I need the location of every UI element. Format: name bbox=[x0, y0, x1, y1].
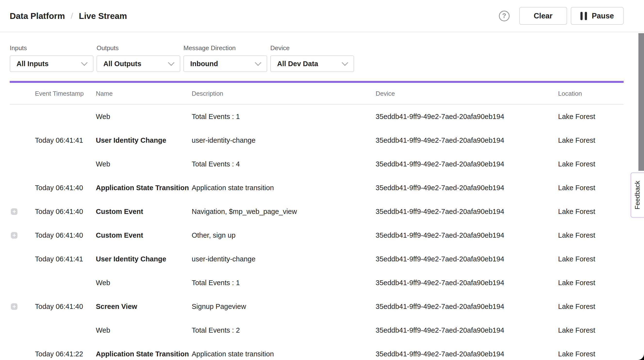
event-location-cell: Lake Forest bbox=[558, 231, 624, 239]
event-device-cell: 35eddb41-9ff9-49e2-7aed-20afa90eb194 bbox=[376, 184, 558, 192]
filter-outputs-label: Outputs bbox=[96, 44, 180, 52]
column-device: Device bbox=[376, 90, 558, 97]
message-direction-dropdown[interactable]: Inbound bbox=[184, 55, 267, 72]
table-row[interactable]: + Today 06:41:40 Custom Event Other, sig… bbox=[10, 223, 624, 247]
event-timestamp-cell: Today 06:41:41 bbox=[35, 255, 96, 263]
event-device-cell: 35eddb41-9ff9-49e2-7aed-20afa90eb194 bbox=[376, 208, 558, 216]
table-row[interactable]: + Web Total Events : 1 35eddb41-9ff9-49e… bbox=[10, 271, 624, 295]
event-device-cell: 35eddb41-9ff9-49e2-7aed-20afa90eb194 bbox=[376, 255, 558, 263]
plus-icon[interactable]: + bbox=[11, 208, 18, 215]
event-timestamp-cell: Today 06:41:40 bbox=[35, 184, 96, 192]
table-row[interactable]: + Web Total Events : 1 35eddb41-9ff9-49e… bbox=[10, 105, 624, 128]
breadcrumb-data-platform[interactable]: Data Platform bbox=[10, 11, 65, 21]
event-description-cell: Signup Pageview bbox=[192, 303, 376, 311]
table-row[interactable]: + Today 06:41:40 Screen View Signup Page… bbox=[10, 295, 624, 318]
event-name-cell: Application State Transition bbox=[96, 184, 192, 192]
event-name-cell: User Identity Change bbox=[96, 136, 192, 144]
device-dropdown-value: All Dev Data bbox=[277, 60, 318, 68]
event-table-body: + Web Total Events : 1 35eddb41-9ff9-49e… bbox=[10, 105, 624, 360]
event-location-cell: Lake Forest bbox=[558, 184, 624, 192]
event-device-cell: 35eddb41-9ff9-49e2-7aed-20afa90eb194 bbox=[376, 350, 558, 358]
event-location-cell: Lake Forest bbox=[558, 160, 624, 168]
filter-bar: Inputs All Inputs Outputs All Outputs Me… bbox=[0, 32, 644, 72]
event-device-cell: 35eddb41-9ff9-49e2-7aed-20afa90eb194 bbox=[376, 231, 558, 239]
event-location-cell: Lake Forest bbox=[558, 113, 624, 121]
table-row[interactable]: + Today 06:41:41 User Identity Change us… bbox=[10, 128, 624, 152]
filter-inputs-label: Inputs bbox=[10, 44, 94, 52]
event-name-cell: User Identity Change bbox=[96, 255, 192, 263]
feedback-tab[interactable]: Feedback bbox=[631, 173, 644, 217]
pause-button-label: Pause bbox=[592, 12, 614, 20]
help-icon[interactable]: ? bbox=[499, 11, 510, 21]
expand-cell: + bbox=[10, 184, 35, 191]
expand-cell: + bbox=[10, 161, 35, 168]
expand-cell: + bbox=[10, 232, 35, 239]
column-description: Description bbox=[192, 90, 376, 97]
expand-cell: + bbox=[10, 208, 35, 215]
event-description-cell: Other, sign up bbox=[192, 231, 376, 239]
event-description-cell: user-identity-change bbox=[192, 136, 376, 144]
chevron-down-icon bbox=[342, 59, 348, 66]
breadcrumb: Data Platform / Live Stream bbox=[10, 11, 127, 21]
filter-outputs: Outputs All Outputs bbox=[96, 44, 180, 72]
expand-cell: + bbox=[10, 327, 35, 334]
inputs-dropdown[interactable]: All Inputs bbox=[10, 55, 94, 72]
clear-button[interactable]: Clear bbox=[519, 7, 567, 25]
device-dropdown[interactable]: All Dev Data bbox=[270, 55, 354, 72]
event-description-cell: Total Events : 2 bbox=[192, 326, 376, 334]
event-name-cell: Screen View bbox=[96, 303, 192, 311]
table-row[interactable]: + Today 06:41:40 Application State Trans… bbox=[10, 176, 624, 200]
plus-icon[interactable]: + bbox=[11, 232, 18, 239]
live-stream-page: Data Platform / Live Stream ? Clear Paus… bbox=[0, 0, 644, 360]
event-name-cell: Web bbox=[96, 160, 192, 168]
expand-cell: + bbox=[10, 303, 35, 310]
event-name-cell: Application State Transition bbox=[96, 350, 192, 358]
header-actions: ? Clear Pause bbox=[499, 7, 644, 25]
vertical-scrollbar-thumb[interactable] bbox=[638, 33, 644, 171]
event-timestamp-cell: Today 06:41:40 bbox=[35, 231, 96, 239]
event-location-cell: Lake Forest bbox=[558, 255, 624, 263]
table-row[interactable]: + Today 06:41:22 Application State Trans… bbox=[10, 342, 624, 360]
column-name: Name bbox=[96, 90, 192, 97]
breadcrumb-separator: / bbox=[71, 11, 73, 20]
expand-cell: + bbox=[10, 256, 35, 262]
event-device-cell: 35eddb41-9ff9-49e2-7aed-20afa90eb194 bbox=[376, 303, 558, 311]
event-location-cell: Lake Forest bbox=[558, 303, 624, 311]
table-row[interactable]: + Today 06:41:40 Custom Event Navigation… bbox=[10, 200, 624, 223]
event-table-header: Event Timestamp Name Description Device … bbox=[10, 83, 624, 105]
table-row[interactable]: + Web Total Events : 2 35eddb41-9ff9-49e… bbox=[10, 318, 624, 342]
outputs-dropdown[interactable]: All Outputs bbox=[96, 55, 180, 72]
event-timestamp-cell: Today 06:41:41 bbox=[35, 136, 96, 144]
table-row[interactable]: + Web Total Events : 4 35eddb41-9ff9-49e… bbox=[10, 152, 624, 176]
filter-message-direction: Message Direction Inbound bbox=[184, 44, 267, 72]
chevron-down-icon bbox=[255, 59, 261, 66]
expand-cell: + bbox=[10, 351, 35, 357]
expand-cell: + bbox=[10, 113, 35, 120]
event-timestamp-cell: Today 06:41:40 bbox=[35, 208, 96, 216]
page-title: Live Stream bbox=[79, 11, 127, 21]
event-device-cell: 35eddb41-9ff9-49e2-7aed-20afa90eb194 bbox=[376, 326, 558, 334]
event-table: Event Timestamp Name Description Device … bbox=[10, 83, 624, 360]
message-direction-dropdown-value: Inbound bbox=[190, 60, 218, 68]
event-timestamp-cell: Today 06:41:22 bbox=[35, 350, 96, 358]
event-device-cell: 35eddb41-9ff9-49e2-7aed-20afa90eb194 bbox=[376, 113, 558, 121]
event-name-cell: Custom Event bbox=[96, 208, 192, 216]
table-row[interactable]: + Today 06:41:41 User Identity Change us… bbox=[10, 247, 624, 271]
event-description-cell: Application state transition bbox=[192, 184, 376, 192]
event-device-cell: 35eddb41-9ff9-49e2-7aed-20afa90eb194 bbox=[376, 279, 558, 287]
plus-icon[interactable]: + bbox=[11, 303, 18, 310]
filter-inputs: Inputs All Inputs bbox=[10, 44, 94, 72]
event-description-cell: Total Events : 4 bbox=[192, 160, 376, 168]
event-description-cell: Navigation, $mp_web_page_view bbox=[192, 208, 376, 216]
pause-button[interactable]: Pause bbox=[571, 7, 624, 25]
event-name-cell: Web bbox=[96, 279, 192, 287]
feedback-tab-label: Feedback bbox=[634, 181, 641, 209]
expand-cell: + bbox=[10, 280, 35, 286]
event-location-cell: Lake Forest bbox=[558, 350, 624, 358]
column-location: Location bbox=[558, 90, 624, 97]
event-location-cell: Lake Forest bbox=[558, 136, 624, 144]
inputs-dropdown-value: All Inputs bbox=[16, 60, 48, 68]
stream-indicator bbox=[10, 81, 624, 83]
event-name-cell: Web bbox=[96, 113, 192, 121]
event-name-cell: Web bbox=[96, 326, 192, 334]
